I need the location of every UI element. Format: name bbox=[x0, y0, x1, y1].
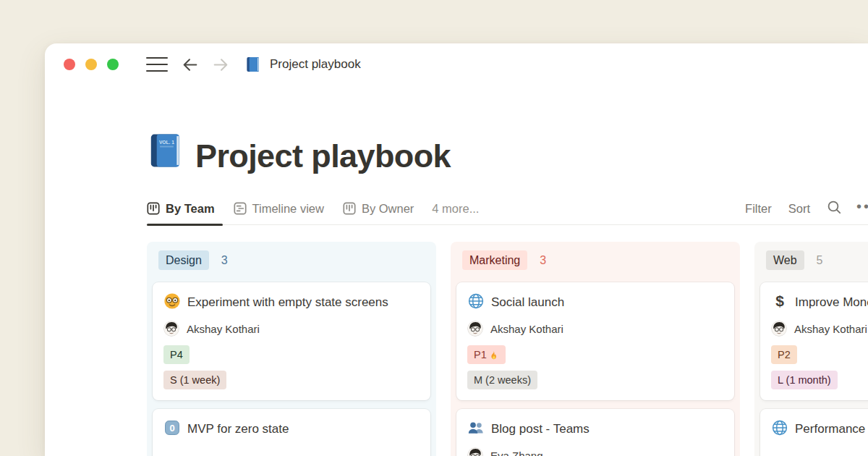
assignee-name: Eva Zhang bbox=[490, 449, 543, 456]
assignee-row: Akshay Kothari bbox=[467, 321, 723, 337]
card-blog-post-teams[interactable]: Blog post - Teams Eva Zhang bbox=[456, 409, 734, 456]
card-title: Blog post - Teams bbox=[491, 422, 590, 436]
page-title[interactable]: Project playbook bbox=[195, 140, 451, 172]
minimize-window-button[interactable] bbox=[85, 59, 97, 70]
filter-button[interactable]: Filter bbox=[745, 202, 772, 216]
card-title: Improve Monetization bbox=[795, 295, 868, 309]
globe-icon bbox=[467, 292, 485, 310]
zoom-window-button[interactable] bbox=[107, 59, 119, 70]
close-window-button[interactable] bbox=[64, 59, 75, 70]
column-marketing: Marketing 3 Social launch Akshay Kothari bbox=[451, 242, 740, 456]
tab-timeline-label: Timeline view bbox=[252, 202, 324, 216]
column-header: Web 5 bbox=[760, 250, 868, 270]
avatar bbox=[467, 447, 483, 456]
avatar bbox=[163, 321, 179, 337]
card-performance-optimization[interactable]: Performance optimization bbox=[760, 409, 868, 456]
column-count: 3 bbox=[221, 254, 228, 267]
assignee-name: Akshay Kothari bbox=[187, 323, 260, 335]
keycap-zero-icon: 0 bbox=[163, 419, 181, 436]
kanban-board: Design 3 Experiment with empty state scr… bbox=[147, 242, 868, 456]
board-view-icon bbox=[147, 202, 160, 215]
more-views-button[interactable]: 4 more... bbox=[423, 202, 479, 216]
fire-icon bbox=[488, 350, 499, 360]
tab-by-owner-label: By Owner bbox=[362, 202, 414, 216]
size-badge: L (1 month) bbox=[771, 371, 838, 389]
column-header: Design 3 bbox=[153, 250, 430, 270]
card-mvp-zero-state[interactable]: 0 MVP for zero state bbox=[153, 409, 430, 456]
card-experiment-empty-state[interactable]: Experiment with empty state screens Aksh… bbox=[153, 282, 430, 400]
column-name-badge[interactable]: Web bbox=[766, 250, 804, 270]
page-blue-book-icon: VOL. 1 bbox=[147, 132, 184, 172]
back-arrow-icon[interactable] bbox=[181, 56, 199, 74]
nerd-face-icon bbox=[163, 292, 181, 310]
board-view-icon bbox=[343, 202, 356, 215]
column-count: 3 bbox=[540, 254, 546, 267]
avatar bbox=[467, 321, 483, 337]
sidebar-menu-icon[interactable] bbox=[146, 52, 168, 76]
avatar bbox=[771, 321, 787, 337]
svg-text:$: $ bbox=[775, 292, 784, 309]
column-name-badge[interactable]: Design bbox=[158, 250, 209, 270]
timeline-view-icon bbox=[234, 202, 247, 215]
tab-by-owner[interactable]: By Owner bbox=[333, 193, 423, 224]
busts-in-silhouette-icon bbox=[467, 419, 485, 436]
column-name-badge[interactable]: Marketing bbox=[462, 250, 527, 270]
tab-by-team[interactable]: By Team bbox=[147, 193, 224, 224]
titlebar-doc-title: Project playbook bbox=[270, 57, 361, 72]
tab-by-team-label: By Team bbox=[166, 202, 215, 216]
assignee-name: Akshay Kothari bbox=[490, 323, 563, 335]
priority-label: P1 bbox=[474, 347, 487, 362]
titlebar: Project playbook bbox=[45, 43, 868, 85]
card-social-launch[interactable]: Social launch Akshay Kothari P1 M (2 wee… bbox=[456, 282, 734, 400]
size-badge: S (1 week) bbox=[163, 371, 226, 389]
assignee-name: Akshay Kothari bbox=[794, 323, 867, 335]
assignee-row: Eva Zhang bbox=[467, 447, 723, 456]
forward-arrow-icon[interactable] bbox=[212, 56, 230, 74]
sort-button[interactable]: Sort bbox=[788, 202, 810, 216]
tab-timeline-view[interactable]: Timeline view bbox=[224, 193, 333, 224]
column-header: Marketing 3 bbox=[456, 250, 734, 270]
svg-text:0: 0 bbox=[169, 423, 174, 434]
column-design: Design 3 Experiment with empty state scr… bbox=[147, 242, 436, 456]
column-count: 5 bbox=[817, 254, 823, 267]
blue-book-icon bbox=[244, 56, 262, 73]
assignee-row: Akshay Kothari bbox=[163, 321, 420, 337]
priority-badge: P2 bbox=[771, 345, 797, 364]
heavy-dollar-sign-icon: $ bbox=[771, 292, 788, 310]
column-web: Web 5 $ Improve Monetization Akshay Koth… bbox=[754, 242, 868, 456]
card-title: MVP for zero state bbox=[187, 422, 289, 436]
globe-icon bbox=[771, 419, 788, 436]
card-title: Experiment with empty state screens bbox=[187, 295, 388, 309]
view-actions: Filter Sort bbox=[745, 200, 868, 218]
size-badge: M (2 weeks) bbox=[467, 371, 537, 389]
search-icon[interactable] bbox=[827, 200, 842, 218]
priority-badge: P1 bbox=[467, 345, 506, 364]
app-window: Project playbook VOL. 1 Project playbook bbox=[45, 43, 868, 456]
more-options-icon[interactable]: ••• bbox=[856, 198, 868, 215]
card-improve-monetization[interactable]: $ Improve Monetization Akshay Kothari P2… bbox=[760, 282, 868, 400]
svg-text:VOL. 1: VOL. 1 bbox=[159, 140, 174, 145]
assignee-row: Akshay Kothari bbox=[771, 321, 868, 337]
card-title: Performance optimization bbox=[795, 422, 868, 436]
card-title: Social launch bbox=[491, 295, 564, 309]
view-tabs-bar: By Team Timeline view By Owner 4 more...… bbox=[147, 193, 868, 225]
priority-badge: P4 bbox=[163, 345, 190, 364]
page-header: VOL. 1 Project playbook bbox=[147, 127, 868, 172]
